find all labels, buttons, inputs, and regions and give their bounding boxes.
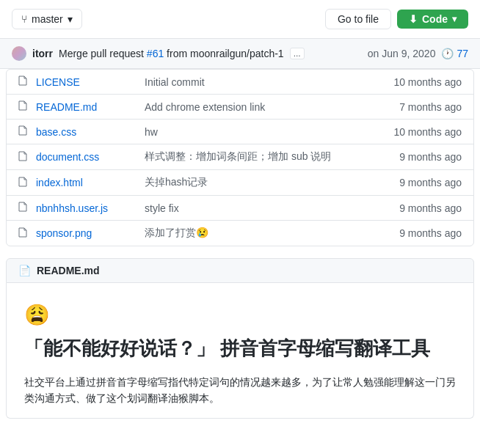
download-icon: ⬇ bbox=[409, 13, 418, 25]
commit-pr-from: from moonrailgun/patch-1 bbox=[167, 48, 284, 59]
file-time: 9 months ago bbox=[381, 202, 462, 214]
code-button[interactable]: ⬇ Code ▾ bbox=[397, 10, 468, 29]
file-commit-message: style fix bbox=[145, 202, 375, 214]
readme-icon: 📄 bbox=[18, 265, 31, 276]
readme-section: 📄 README.md 😩 「能不能好好说话？」 拼音首字母缩写翻译工具 社交平… bbox=[6, 258, 474, 419]
file-commit-link[interactable]: 添加了打赏😢 bbox=[145, 227, 208, 238]
file-commit-link[interactable]: style fix bbox=[145, 202, 179, 214]
readme-body: 😩 「能不能好好说话？」 拼音首字母缩写翻译工具 社交平台上通过拼音首字母缩写指… bbox=[6, 283, 474, 419]
readme-main-title: 😩 「能不能好好说话？」 拼音首字母缩写翻译工具 bbox=[24, 301, 456, 362]
branch-name: master bbox=[32, 13, 63, 25]
top-bar-actions: Go to file ⬇ Code ▾ bbox=[325, 9, 468, 29]
file-name-link[interactable]: base.css bbox=[36, 126, 139, 138]
branch-selector[interactable]: ⑂ master ▾ bbox=[12, 9, 82, 29]
file-commit-link[interactable]: Initial commit bbox=[145, 76, 205, 88]
file-name-link[interactable]: README.md bbox=[36, 101, 139, 113]
avatar bbox=[12, 46, 26, 61]
file-commit-message: Initial commit bbox=[145, 76, 375, 88]
branch-icon: ⑂ bbox=[21, 13, 27, 25]
commit-bar: itorr Merge pull request #61 from moonra… bbox=[0, 39, 480, 69]
file-time: 10 months ago bbox=[381, 76, 462, 88]
table-row: index.html关掉hash记录9 months ago bbox=[7, 170, 473, 196]
file-name-link[interactable]: nbnhhsh.user.js bbox=[36, 202, 139, 214]
table-row: document.css样式调整：增加词条间距；增加 sub 说明9 month… bbox=[7, 144, 473, 170]
file-doc-icon bbox=[18, 125, 30, 138]
code-label: Code bbox=[422, 13, 448, 25]
go-to-file-button[interactable]: Go to file bbox=[325, 9, 391, 29]
file-commit-message: Add chrome extension link bbox=[145, 101, 375, 113]
commit-ellipsis-button[interactable]: ... bbox=[290, 48, 305, 59]
file-commit-link[interactable]: Add chrome extension link bbox=[145, 101, 265, 113]
readme-title-label: README.md bbox=[37, 265, 100, 276]
table-row: README.mdAdd chrome extension link7 mont… bbox=[7, 95, 473, 120]
file-commit-link[interactable]: hw bbox=[145, 126, 158, 138]
commit-history-count: 77 bbox=[457, 48, 468, 59]
file-commit-message: 添加了打赏😢 bbox=[145, 227, 375, 240]
file-doc-icon bbox=[18, 100, 30, 113]
chevron-down-icon: ▾ bbox=[68, 13, 73, 25]
file-commit-link[interactable]: 关掉hash记录 bbox=[145, 176, 208, 188]
commit-message: Merge pull request #61 from moonrailgun/… bbox=[59, 48, 284, 59]
file-doc-icon bbox=[18, 76, 30, 88]
table-row: nbnhhsh.user.jsstyle fix9 months ago bbox=[7, 196, 473, 221]
file-commit-message: 关掉hash记录 bbox=[145, 176, 375, 189]
file-doc-icon bbox=[18, 151, 30, 164]
file-name-link[interactable]: index.html bbox=[36, 177, 139, 188]
file-time: 10 months ago bbox=[381, 126, 462, 138]
file-time: 9 months ago bbox=[381, 151, 462, 163]
commit-date: on Jun 9, 2020 bbox=[368, 48, 436, 59]
commit-pr-link[interactable]: #61 bbox=[147, 48, 164, 59]
file-doc-icon bbox=[18, 177, 30, 189]
code-chevron-icon: ▾ bbox=[452, 14, 457, 24]
file-name-link[interactable]: LICENSE bbox=[36, 76, 139, 88]
file-commit-message: 样式调整：增加词条间距；增加 sub 说明 bbox=[145, 150, 375, 164]
file-doc-icon bbox=[18, 227, 30, 240]
readme-description: 社交平台上通过拼音首字母缩写指代特定词句的情况越来越多，为了让常人勉强能理解这一… bbox=[24, 374, 456, 407]
file-commit-message: hw bbox=[145, 126, 375, 138]
file-doc-icon bbox=[18, 202, 30, 214]
file-table: LICENSEInitial commit10 months ago READM… bbox=[6, 69, 474, 246]
file-name-link[interactable]: sponsor.png bbox=[36, 227, 139, 239]
commit-author[interactable]: itorr bbox=[32, 48, 53, 59]
readme-title-emoji: 😩 bbox=[24, 301, 50, 329]
table-row: LICENSEInitial commit10 months ago bbox=[7, 70, 473, 95]
history-icon: 🕐 bbox=[441, 48, 454, 59]
top-bar: ⑂ master ▾ Go to file ⬇ Code ▾ bbox=[0, 0, 480, 39]
file-time: 7 months ago bbox=[381, 101, 462, 113]
file-name-link[interactable]: document.css bbox=[36, 151, 139, 163]
file-commit-link[interactable]: 样式调整：增加词条间距；增加 sub 说明 bbox=[145, 150, 331, 162]
file-time: 9 months ago bbox=[381, 227, 462, 239]
file-time: 9 months ago bbox=[381, 177, 462, 188]
readme-header: 📄 README.md bbox=[6, 258, 474, 283]
commit-history-link[interactable]: 🕐 77 bbox=[441, 48, 468, 59]
table-row: sponsor.png添加了打赏😢9 months ago bbox=[7, 221, 473, 246]
readme-title-text: 「能不能好好说话？」 拼音首字母缩写翻译工具 bbox=[24, 335, 430, 361]
table-row: base.csshw10 months ago bbox=[7, 120, 473, 144]
